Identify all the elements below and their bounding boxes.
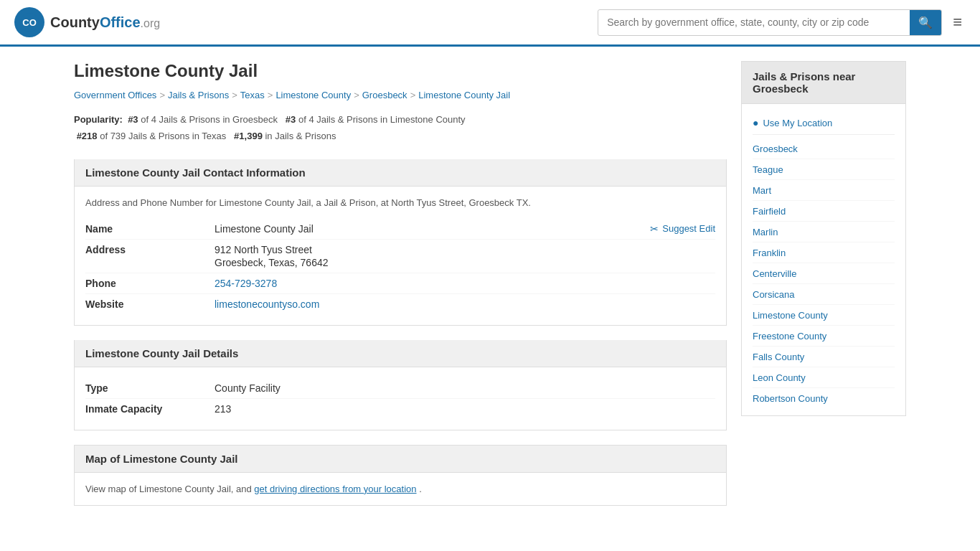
contact-table: Name Limestone County Jail ✂ Suggest Edi… [85, 219, 715, 314]
use-my-location-link[interactable]: Use My Location [763, 118, 832, 128]
website-row: Website limestonecountyso.com [85, 294, 715, 314]
sidebar-item-groesbeck: Groesbeck [753, 138, 895, 159]
logo-text: CountyOffice.org [50, 14, 160, 31]
name-label: Name [85, 223, 215, 235]
phone-label: Phone [85, 278, 215, 289]
sidebar-links: ● Use My Location Groesbeck Teague Mart … [741, 104, 906, 416]
map-description-suffix: . [419, 484, 422, 494]
phone-row: Phone 254-729-3278 [85, 273, 715, 294]
header-right: 🔍 ≡ [598, 9, 966, 36]
menu-icon[interactable]: ≡ [949, 9, 966, 35]
suggest-edit-link[interactable]: ✂ Suggest Edit [650, 223, 715, 235]
website-link[interactable]: limestonecountyso.com [215, 298, 319, 310]
breadcrumb-item-groesbeck[interactable]: Groesbeck [362, 90, 407, 100]
address-line1: 912 North Tyus Street [215, 244, 329, 255]
breadcrumb-sep-3: > [268, 90, 273, 100]
breadcrumb-item-limestone[interactable]: Limestone County [275, 90, 351, 100]
contact-section: Limestone County Jail Contact Informatio… [74, 159, 727, 326]
sidebar-item-freestone-county: Freestone County [753, 326, 895, 347]
address-row: Address 912 North Tyus Street Groesbeck,… [85, 240, 715, 273]
search-bar: 🔍 [598, 9, 942, 36]
details-table: Type County Facility Inmate Capacity 213 [85, 378, 715, 419]
search-button[interactable]: 🔍 [910, 10, 941, 35]
popularity-section: Popularity: #3 of 4 Jails & Prisons in G… [74, 111, 727, 145]
breadcrumb-sep-1: > [159, 90, 165, 100]
breadcrumb-sep-2: > [232, 90, 237, 100]
name-value: Limestone County Jail [215, 223, 314, 235]
contact-section-header: Limestone County Jail Contact Informatio… [75, 159, 726, 187]
website-label: Website [85, 298, 215, 310]
directions-link[interactable]: get driving directions from your locatio… [254, 484, 416, 494]
sidebar-item-teague: Teague [753, 159, 895, 180]
search-input[interactable] [598, 11, 910, 34]
sidebar-item-robertson-county: Robertson County [753, 388, 895, 408]
svg-text:CO: CO [22, 17, 37, 28]
popularity-label: Popularity: [74, 114, 123, 125]
rank-limestone: #3 [286, 114, 296, 125]
breadcrumb-sep-5: > [410, 90, 416, 100]
contact-section-body: Address and Phone Number for Limestone C… [75, 187, 726, 325]
capacity-label: Inmate Capacity [85, 403, 215, 415]
name-row-inner: Name Limestone County Jail [85, 223, 650, 235]
sidebar-header-line1: Jails & Prisons near [753, 70, 855, 83]
logo-area: CO CountyOffice.org [14, 7, 160, 37]
details-section-header: Limestone County Jail Details [75, 340, 726, 367]
sidebar: Jails & Prisons near Groesbeck ● Use My … [741, 61, 906, 520]
sidebar-item-leon-county: Leon County [753, 367, 895, 388]
sidebar-item-mart: Mart [753, 180, 895, 201]
sidebar-item-falls-county: Falls County [753, 347, 895, 367]
page-title: Limestone County Jail [74, 61, 727, 81]
capacity-value: 213 [215, 403, 231, 415]
rank-total: #1,399 [234, 131, 263, 141]
breadcrumb-item-texas[interactable]: Texas [240, 90, 265, 100]
rank-texas: #218 [77, 131, 98, 141]
sidebar-item-limestone-county: Limestone County [753, 305, 895, 326]
map-section-header: Map of Limestone County Jail [75, 445, 726, 473]
capacity-row: Inmate Capacity 213 [85, 399, 715, 419]
suggest-edit-label: Suggest Edit [662, 223, 715, 234]
name-row: Name Limestone County Jail ✂ Suggest Edi… [85, 219, 715, 240]
address-line2: Groesbeck, Texas, 76642 [215, 257, 329, 268]
sidebar-item-marlin: Marlin [753, 222, 895, 242]
content-area: Limestone County Jail Government Offices… [74, 61, 727, 520]
phone-value: 254-729-3278 [215, 278, 277, 289]
type-value: County Facility [215, 382, 281, 394]
address-label: Address [85, 244, 215, 268]
sidebar-header-line2: Groesbeck [753, 83, 809, 95]
use-my-location-item: ● Use My Location [753, 111, 895, 135]
breadcrumb-item-jail[interactable]: Limestone County Jail [418, 90, 510, 100]
contact-description: Address and Phone Number for Limestone C… [85, 197, 715, 208]
main-container: Limestone County Jail Government Offices… [60, 47, 920, 534]
breadcrumb-sep-4: > [354, 90, 359, 100]
details-section-body: Type County Facility Inmate Capacity 213 [75, 367, 726, 430]
sidebar-item-corsicana: Corsicana [753, 284, 895, 305]
logo-icon: CO [14, 7, 44, 37]
search-icon: 🔍 [918, 17, 933, 29]
type-row: Type County Facility [85, 378, 715, 399]
breadcrumb: Government Offices > Jails & Prisons > T… [74, 90, 727, 100]
sidebar-item-franklin: Franklin [753, 242, 895, 263]
sidebar-header: Jails & Prisons near Groesbeck [741, 61, 906, 104]
details-section: Limestone County Jail Details Type Count… [74, 340, 727, 430]
map-description-prefix: View map of Limestone County Jail, and [85, 484, 252, 494]
map-description: View map of Limestone County Jail, and g… [85, 484, 715, 494]
site-header: CO CountyOffice.org 🔍 ≡ [0, 0, 980, 47]
location-icon: ● [753, 117, 758, 128]
address-value: 912 North Tyus Street Groesbeck, Texas, … [215, 244, 329, 268]
sidebar-item-centerville: Centerville [753, 263, 895, 284]
breadcrumb-item-jails[interactable]: Jails & Prisons [168, 90, 229, 100]
map-section: Map of Limestone County Jail View map of… [74, 445, 727, 506]
phone-link[interactable]: 254-729-3278 [215, 278, 277, 289]
map-section-body: View map of Limestone County Jail, and g… [75, 473, 726, 505]
website-value: limestonecountyso.com [215, 298, 319, 310]
edit-icon: ✂ [650, 223, 659, 235]
rank-groesbeck: #3 [128, 114, 138, 125]
sidebar-item-fairfield: Fairfield [753, 201, 895, 222]
type-label: Type [85, 382, 215, 394]
breadcrumb-item-gov-offices[interactable]: Government Offices [74, 90, 156, 100]
